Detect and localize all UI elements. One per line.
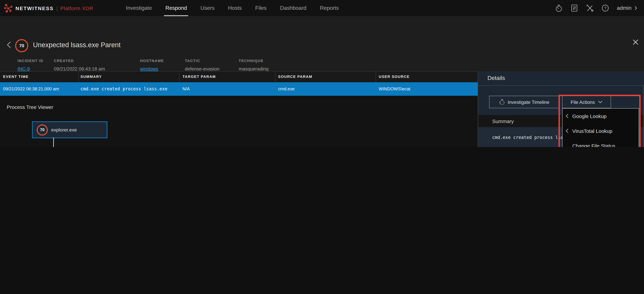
field-label: TECHNIQUE [239, 59, 292, 63]
col-target-param[interactable]: TARGET PARAM [182, 75, 216, 79]
details-divider [478, 85, 644, 86]
col-source-param[interactable]: SOURCE PARAM [278, 75, 312, 79]
field-label: TACTIC [185, 59, 239, 63]
investigate-timeline-button[interactable]: Investigate Timeline [489, 96, 559, 108]
field-hostname: HOSTNAME windows [140, 59, 185, 71]
details-title: Details [488, 75, 505, 82]
field-label: HOSTNAME [140, 59, 185, 63]
tree-node-explorer[interactable]: 70 explorer.exe [32, 121, 108, 138]
column-separator [275, 71, 275, 82]
user-name: admin [617, 5, 632, 11]
details-panel: Details Investigate Timeline File Action… [478, 71, 644, 147]
menu-item-virustotal-lookup[interactable]: VirusTotal Lookup [562, 123, 638, 138]
cell-source-param: cmd.exe [278, 86, 294, 91]
close-icon[interactable] [632, 39, 638, 45]
file-actions-menu: Google Lookup VirusTotal Lookup Change F… [562, 108, 639, 147]
back-chevron-icon[interactable] [7, 41, 11, 49]
chevron-left-icon [566, 129, 568, 133]
nav-item-dashboard[interactable]: Dashboard [280, 0, 306, 16]
event-row-selected[interactable]: 09/21/2022 06:38:21.000 am cmd.exe creat… [0, 82, 478, 96]
incident-title: Unexpected lsass.exe Parent [33, 41, 120, 49]
col-summary[interactable]: SUMMARY [80, 75, 102, 79]
chevron-left-icon [566, 114, 568, 118]
svg-text:?: ? [604, 6, 606, 11]
col-user-source[interactable]: USER SOURCE [379, 75, 410, 79]
investigate-timeline-icon [499, 99, 505, 105]
incident-risk-score-badge: 70 [15, 39, 28, 52]
timer-icon[interactable] [555, 4, 563, 12]
nav-item-files[interactable]: Files [255, 0, 266, 16]
nav-menu: Investigate Respond Users Hosts Files Da… [126, 0, 352, 16]
field-created: CREATED 09/21/2022 06:43:18 am [54, 59, 140, 71]
field-technique: TECHNIQUE masquerading [239, 59, 292, 71]
chevron-down-icon [598, 100, 602, 103]
top-nav: NETWITNESS | Platform XDR Investigate Re… [0, 0, 644, 16]
summary-section-label: Summary [492, 118, 514, 124]
help-icon[interactable]: ? [602, 4, 610, 12]
nav-item-hosts[interactable]: Hosts [228, 0, 242, 16]
investigate-timeline-label: Investigate Timeline [508, 99, 549, 105]
cell-target-param: N/A [182, 86, 190, 91]
field-label: INCIDENT ID [18, 59, 54, 63]
technique-value: masquerading [239, 66, 292, 71]
tools-icon[interactable] [586, 4, 594, 12]
file-actions-label: File Actions [570, 99, 595, 105]
column-separator [376, 71, 376, 82]
nav-item-users[interactable]: Users [200, 0, 214, 16]
hostname-link[interactable]: windows [140, 66, 158, 71]
created-value: 09/21/2022 06:43:18 am [54, 66, 140, 71]
incident-id-link[interactable]: INC-9 [18, 66, 30, 71]
tree-connector [53, 137, 54, 147]
nav-item-respond[interactable]: Respond [166, 0, 187, 16]
cell-user-source: WINDOWS\ecat [379, 86, 410, 91]
column-separator [179, 71, 180, 82]
process-tree-title: Process Tree Viewer [7, 104, 53, 110]
menu-item-google-lookup[interactable]: Google Lookup [562, 109, 638, 123]
brand-name: NETWITNESS [16, 5, 54, 11]
brand[interactable]: NETWITNESS | Platform XDR [4, 4, 93, 13]
incident-meta-fields: INCIDENT ID INC-9 CREATED 09/21/2022 06:… [18, 59, 292, 71]
field-tactic: TACTIC defense-evasion [185, 59, 239, 71]
brand-product: Platform XDR [60, 5, 93, 11]
events-table-header: EVENT TIME SUMMARY TARGET PARAM SOURCE P… [0, 71, 478, 82]
chevron-right-icon [634, 6, 637, 11]
node-label: explorer.exe [51, 127, 77, 132]
brand-separator: | [56, 5, 58, 11]
menu-item-change-file-status[interactable]: Change File Status [562, 138, 638, 147]
column-separator [78, 71, 79, 82]
netwitness-respond-screen: NETWITNESS | Platform XDR Investigate Re… [0, 0, 644, 147]
details-vertical-scrollbar[interactable] [643, 85, 644, 147]
field-incident-id: INCIDENT ID INC-9 [18, 59, 54, 71]
nav-right-tools: ? admin [555, 0, 637, 16]
jobs-panel-icon[interactable] [570, 4, 578, 12]
nav-item-investigate[interactable]: Investigate [126, 0, 152, 16]
tactic-value: defense-evasion [185, 66, 239, 71]
netwitness-logo-icon [4, 4, 13, 13]
incident-header: 70 Unexpected lsass.exe Parent INCIDENT … [0, 16, 644, 71]
nav-item-reports[interactable]: Reports [320, 0, 339, 16]
file-actions-button[interactable]: File Actions [562, 96, 611, 108]
field-label: CREATED [54, 59, 140, 63]
node-risk-score-badge: 70 [37, 124, 48, 135]
col-event-time[interactable]: EVENT TIME [3, 75, 28, 79]
user-menu[interactable]: admin [617, 5, 637, 11]
cell-summary: cmd.exe created process lsass.exe [80, 86, 168, 91]
cell-event-time: 09/21/2022 06:38:21.000 am [3, 86, 59, 91]
process-tree-viewer: Process Tree Viewer 70 explorer.exe 70 c… [0, 96, 478, 147]
